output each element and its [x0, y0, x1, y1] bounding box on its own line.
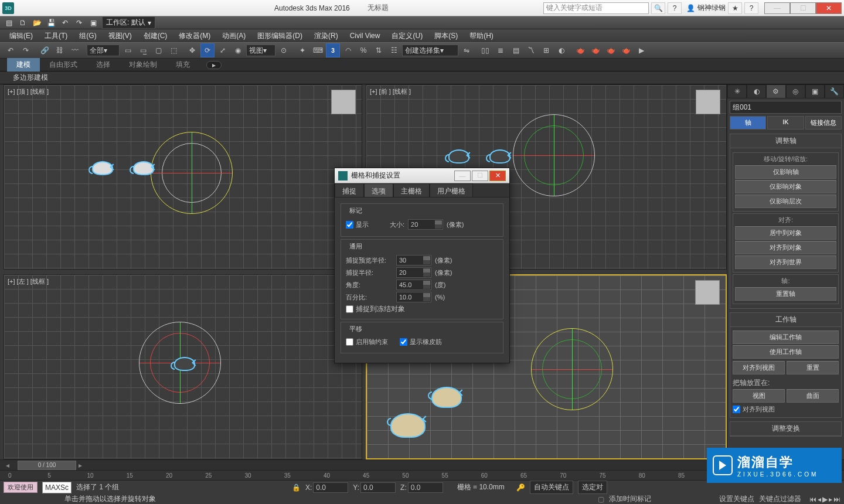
select-name-icon[interactable]: ▭̲: [136, 43, 150, 57]
search-input[interactable]: 键入关键字或短语: [543, 2, 649, 14]
render-icon[interactable]: 🫖: [604, 43, 618, 57]
viewport-left[interactable]: [+] [左 ] [线框 ]: [4, 274, 362, 459]
align-object-button[interactable]: 对齐到对象: [735, 241, 836, 254]
tab-create-icon[interactable]: ✳: [727, 84, 747, 98]
favorite-icon[interactable]: ★: [728, 2, 742, 14]
z-input[interactable]: 0.0: [408, 482, 443, 493]
redo-button[interactable]: ↷: [19, 43, 33, 57]
teapot-object[interactable]: [489, 149, 511, 164]
x-input[interactable]: 0.0: [313, 482, 348, 493]
teapot-object[interactable]: [448, 149, 469, 164]
place-surface-button[interactable]: 曲面: [787, 389, 839, 403]
viewcube-persp[interactable]: [695, 280, 720, 305]
window-minimize-button[interactable]: —: [764, 2, 790, 14]
curve-editor-icon[interactable]: 〽: [524, 43, 538, 57]
preview-radius-spinner[interactable]: 30: [396, 255, 431, 265]
reset-axis-button[interactable]: 重置轴: [735, 287, 836, 301]
edit-nss-icon[interactable]: ☷: [387, 43, 401, 57]
tab-utility-icon[interactable]: 🔧: [825, 84, 844, 98]
teapot-object[interactable]: [92, 161, 113, 175]
rollout-header[interactable]: 调整轴: [730, 134, 841, 148]
bind-icon[interactable]: 〰: [68, 43, 82, 57]
align-view-button[interactable]: 对齐到视图: [733, 361, 785, 374]
menu-script[interactable]: 脚本(S): [430, 30, 462, 42]
material-icon[interactable]: ◐: [554, 43, 569, 57]
affect-object-button[interactable]: 仅影响对象: [735, 180, 836, 193]
time-next-icon[interactable]: ▸: [79, 461, 90, 469]
ribbon-polymodel[interactable]: 多边形建模: [7, 71, 54, 84]
menu-modifier[interactable]: 修改器(M): [174, 30, 215, 42]
select-window-icon[interactable]: ⬚: [166, 43, 181, 57]
workspace-dropdown[interactable]: 工作区: 默认 ▾: [102, 16, 155, 29]
ribbon-tab-fill[interactable]: 填充: [166, 58, 199, 71]
dlg-tab-usergrid[interactable]: 用户栅格: [430, 183, 473, 197]
select-icon[interactable]: ▭: [121, 43, 135, 57]
percent-spinner[interactable]: 10.0: [396, 292, 431, 302]
show-marker-checkbox[interactable]: 显示: [346, 220, 369, 229]
dialog-minimize-button[interactable]: —: [454, 171, 471, 181]
window-maximize-button[interactable]: ☐: [790, 2, 816, 14]
open-icon[interactable]: 📂: [32, 18, 42, 28]
ribbon-tab-freeform[interactable]: 自由形式: [40, 58, 87, 71]
snap-angle-icon[interactable]: ◠: [341, 43, 355, 57]
ribbon-tab-modeling[interactable]: 建模: [7, 58, 40, 71]
keyfilter-button[interactable]: 关键点过滤器: [759, 494, 801, 504]
layer-icon[interactable]: ≣: [494, 43, 508, 57]
align-world-button[interactable]: 对齐到世界: [735, 256, 836, 269]
help2-icon[interactable]: ?: [744, 2, 758, 14]
render-frame-icon[interactable]: 🫖: [588, 43, 603, 57]
save-icon[interactable]: 💾: [46, 18, 56, 28]
help-search-icon[interactable]: 🔍: [651, 2, 665, 14]
render-last-icon[interactable]: ▶: [634, 43, 648, 57]
play-next-icon[interactable]: ▸: [829, 495, 832, 503]
pivot-tab-link[interactable]: 链接信息: [805, 116, 842, 130]
maxscript-input[interactable]: MAXSc: [42, 482, 72, 493]
menu-group[interactable]: 组(G): [74, 30, 101, 42]
tab-hierarchy-icon[interactable]: ⚙: [766, 84, 785, 98]
placement-icon[interactable]: ◉: [231, 43, 245, 57]
tab-modify-icon[interactable]: ◐: [747, 84, 766, 98]
viewcube-front[interactable]: [696, 90, 720, 114]
render-setup-icon[interactable]: 🫖: [573, 43, 587, 57]
menu-civilview[interactable]: Civil View: [345, 30, 385, 41]
menu-view[interactable]: 视图(V): [104, 30, 137, 42]
menu-create[interactable]: 创建(C): [139, 30, 172, 42]
play-icon[interactable]: ▶: [822, 495, 828, 503]
object-name-input[interactable]: 组001: [730, 101, 842, 114]
ribbon-pin-icon[interactable]: ▸: [206, 61, 222, 69]
rotate-gizmo[interactable]: [531, 328, 613, 410]
dlg-tab-homegrid[interactable]: 主栅格: [393, 183, 430, 197]
viewport-top[interactable]: [+] [顶 ] [线框 ]: [4, 84, 362, 270]
viewport-top-label[interactable]: [+] [顶 ] [线框 ]: [8, 87, 49, 96]
undo-icon[interactable]: ↶: [60, 18, 70, 28]
viewcube-top[interactable]: [331, 90, 356, 114]
manipulate-icon[interactable]: ✦: [295, 43, 309, 57]
user-account[interactable]: 👤 钢神绿钢: [686, 3, 726, 13]
pivot-tab-ik[interactable]: IK: [767, 116, 804, 130]
edit-workpivot-button[interactable]: 编辑工作轴: [733, 331, 839, 344]
snap-frozen-checkbox[interactable]: 捕捉到冻结对象: [346, 304, 498, 314]
max-menu-icon[interactable]: ▤: [4, 18, 14, 28]
dialog-maximize-button[interactable]: ☐: [472, 171, 488, 181]
viewport-front-label[interactable]: [+] [前 ] [线框 ]: [370, 87, 411, 96]
selection-filter-dropdown[interactable]: 全部 ▾: [87, 45, 120, 56]
teapot-object[interactable]: [390, 413, 426, 438]
autokey-button[interactable]: 自动关键点: [530, 481, 573, 494]
undo-button[interactable]: ↶: [4, 43, 18, 57]
move-icon[interactable]: ✥: [185, 43, 199, 57]
place-view-button[interactable]: 视图: [733, 389, 785, 403]
menu-anim[interactable]: 动画(A): [217, 30, 250, 42]
setkey-button[interactable]: 设置关键点: [719, 494, 754, 504]
time-prev-icon[interactable]: ◂: [6, 461, 18, 469]
menu-grapheditor[interactable]: 图形编辑器(D): [253, 30, 307, 42]
dlg-tab-options[interactable]: 选项: [364, 183, 393, 197]
unlink-icon[interactable]: ⛓: [53, 43, 67, 57]
rotate-icon[interactable]: ⟳: [200, 43, 215, 57]
rotate-gizmo[interactable]: [513, 114, 595, 196]
rollout-header[interactable]: 工作轴: [730, 313, 841, 327]
use-workpivot-button[interactable]: 使用工作轴: [733, 345, 839, 359]
teapot-object[interactable]: [431, 387, 462, 408]
window-close-button[interactable]: ✕: [816, 2, 842, 14]
layers-icon[interactable]: ▤: [509, 43, 523, 57]
play-prev-icon[interactable]: ◂: [818, 495, 821, 503]
